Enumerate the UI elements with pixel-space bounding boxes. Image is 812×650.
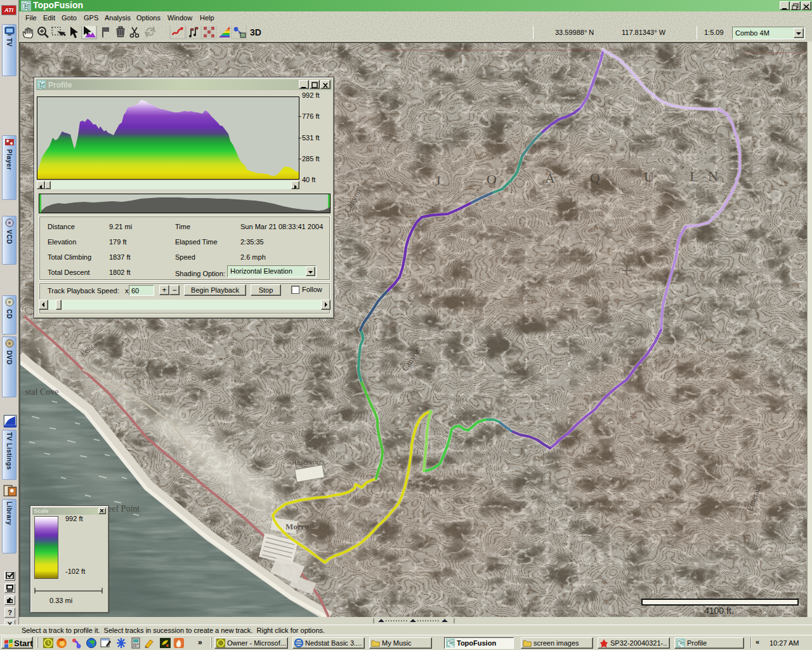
svg-text:U: U [644, 169, 654, 185]
svg-text:eef Point: eef Point [108, 504, 140, 514]
svg-text:4100 ft.: 4100 ft. [704, 606, 734, 616]
svg-text:Morro: Morro [285, 522, 309, 531]
svg-text:O: O [487, 171, 497, 187]
svg-text:N: N [708, 168, 718, 184]
svg-text:stal Cove: stal Cove [25, 387, 59, 397]
svg-text:Q: Q [590, 170, 600, 186]
svg-text:I: I [690, 168, 694, 184]
svg-text:J: J [435, 173, 441, 189]
svg-text:A: A [545, 170, 555, 186]
svg-text:3D: 3D [250, 27, 261, 37]
